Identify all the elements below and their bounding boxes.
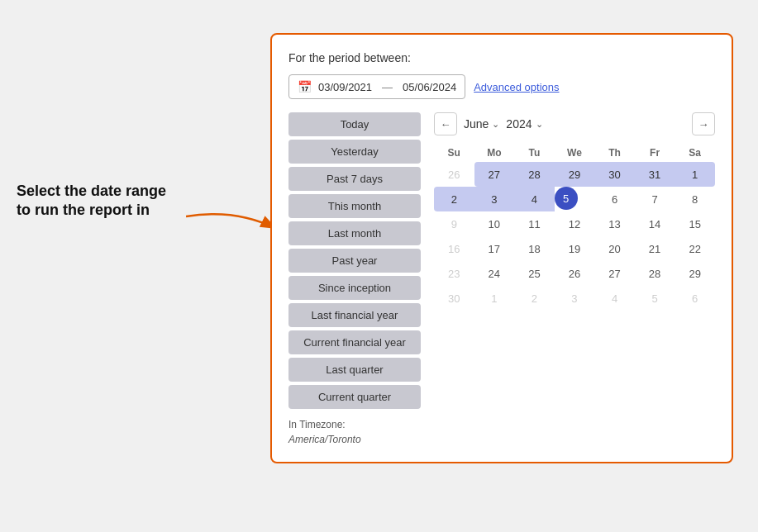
calendar-month-select[interactable]: June ⌄ xyxy=(464,117,499,131)
timezone-value: America/Toronto xyxy=(288,434,421,445)
col-header-sa: Sa xyxy=(675,144,715,162)
advanced-options-link[interactable]: Advanced options xyxy=(474,81,559,93)
col-header-th: Th xyxy=(594,144,635,162)
calendar-day[interactable]: 6 xyxy=(675,286,715,311)
month-chevron-icon: ⌄ xyxy=(492,119,499,130)
calendar-day[interactable]: 27 xyxy=(474,162,515,187)
calendar-day[interactable]: 29 xyxy=(555,162,595,187)
main-content: Today Yesterday Past 7 days This month L… xyxy=(288,112,715,445)
calendar-nav-right: → xyxy=(692,112,715,135)
calendar-day[interactable]: 1 xyxy=(474,286,515,311)
calendar-header: ← June ⌄ 2024 ⌄ → xyxy=(434,112,715,135)
calendar-day[interactable]: 4 xyxy=(514,187,555,211)
calendar-icon: 📅 xyxy=(298,80,312,93)
calendar-table: Su Mo Tu We Th Fr Sa 2627282930311234567… xyxy=(434,144,715,311)
calendar-prev-btn[interactable]: ← xyxy=(434,112,457,135)
calendar-day[interactable]: 22 xyxy=(675,236,715,261)
calendar-day[interactable]: 14 xyxy=(635,211,675,236)
calendar-day[interactable]: 11 xyxy=(514,211,555,236)
calendar-day[interactable]: 7 xyxy=(635,187,675,211)
date-separator: — xyxy=(382,81,393,93)
calendar-day[interactable]: 8 xyxy=(675,187,715,211)
calendar-week-1: 2345678 xyxy=(434,187,715,211)
calendar-day[interactable]: 9 xyxy=(434,211,474,236)
calendar-day[interactable]: 21 xyxy=(635,236,675,261)
page-container: Select the date range to run the report … xyxy=(0,0,758,532)
calendar-day[interactable]: 17 xyxy=(474,236,515,261)
calendar-day[interactable]: 18 xyxy=(514,236,555,261)
timezone-label: In Timezone: xyxy=(288,419,421,430)
col-header-su: Su xyxy=(434,144,474,162)
calendar-year: 2024 xyxy=(506,117,532,131)
quick-option-last-month[interactable]: Last month xyxy=(288,221,421,245)
panel-title: For the period between: xyxy=(288,51,715,64)
calendar-day[interactable]: 24 xyxy=(474,261,515,286)
calendar-day[interactable]: 5 xyxy=(635,286,675,311)
col-header-tu: Tu xyxy=(514,144,555,162)
quick-options-panel: Today Yesterday Past 7 days This month L… xyxy=(288,112,421,445)
calendar-day[interactable]: 25 xyxy=(514,261,555,286)
calendar-day[interactable]: 3 xyxy=(474,187,515,211)
calendar-next-btn[interactable]: → xyxy=(692,112,715,135)
calendar-day[interactable]: 31 xyxy=(635,162,675,187)
calendar-year-select[interactable]: 2024 ⌄ xyxy=(506,117,542,131)
calendar-day[interactable]: 28 xyxy=(514,162,555,187)
annotation-text: Select the date range to run the report … xyxy=(17,182,182,221)
quick-option-last-quarter[interactable]: Last quarter xyxy=(288,358,421,382)
quick-option-since-inception[interactable]: Since inception xyxy=(288,276,421,300)
calendar-week-4: 23242526272829 xyxy=(434,261,715,286)
calendar-day[interactable]: 15 xyxy=(675,211,715,236)
calendar-day[interactable]: 26 xyxy=(555,261,595,286)
calendar-day[interactable]: 28 xyxy=(635,261,675,286)
calendar-day[interactable]: 30 xyxy=(434,286,474,311)
calendar-day[interactable]: 19 xyxy=(555,236,595,261)
quick-option-current-quarter[interactable]: Current quarter xyxy=(288,385,421,409)
calendar-day[interactable]: 1 xyxy=(675,162,715,187)
annotation: Select the date range to run the report … xyxy=(17,182,182,221)
calendar-week-3: 16171819202122 xyxy=(434,236,715,261)
calendar-day[interactable]: 2 xyxy=(434,187,474,211)
calendar-day[interactable]: 2 xyxy=(514,286,555,311)
date-end: 05/06/2024 xyxy=(403,81,456,93)
calendar-day[interactable]: 4 xyxy=(594,286,635,311)
calendar-week-2: 9101112131415 xyxy=(434,211,715,236)
year-chevron-icon: ⌄ xyxy=(536,119,543,130)
calendar-day[interactable]: 23 xyxy=(434,261,474,286)
calendar-day[interactable]: 20 xyxy=(594,236,635,261)
calendar-month: June xyxy=(464,117,489,131)
calendar: ← June ⌄ 2024 ⌄ → xyxy=(434,112,715,445)
quick-option-current-financial-year[interactable]: Current financial year xyxy=(288,330,421,354)
calendar-day[interactable]: 16 xyxy=(434,236,474,261)
calendar-day[interactable]: 10 xyxy=(474,211,515,236)
calendar-day[interactable]: 5 xyxy=(555,187,578,210)
calendar-day[interactable]: 13 xyxy=(594,211,635,236)
calendar-day[interactable]: 29 xyxy=(675,261,715,286)
quick-option-last-financial-year[interactable]: Last financial year xyxy=(288,303,421,327)
calendar-week-0: 2627282930311 xyxy=(434,162,715,187)
col-header-fr: Fr xyxy=(635,144,675,162)
calendar-day[interactable]: 26 xyxy=(434,162,474,187)
quick-option-this-month[interactable]: This month xyxy=(288,194,421,218)
date-range-row: 📅 03/09/2021 — 05/06/2024 Advanced optio… xyxy=(288,74,715,99)
col-header-we: We xyxy=(555,144,595,162)
date-range-input[interactable]: 📅 03/09/2021 — 05/06/2024 xyxy=(288,74,465,99)
calendar-day[interactable]: 3 xyxy=(555,286,595,311)
calendar-week-5: 30123456 xyxy=(434,286,715,311)
calendar-day-headers: Su Mo Tu We Th Fr Sa xyxy=(434,144,715,162)
calendar-day[interactable]: 12 xyxy=(555,211,595,236)
calendar-day[interactable]: 6 xyxy=(594,187,635,211)
calendar-day[interactable]: 30 xyxy=(594,162,635,187)
col-header-mo: Mo xyxy=(474,144,515,162)
date-start: 03/09/2021 xyxy=(318,81,372,93)
quick-option-past7[interactable]: Past 7 days xyxy=(288,167,421,191)
date-picker-panel: For the period between: 📅 03/09/2021 — 0… xyxy=(270,33,733,463)
calendar-day[interactable]: 27 xyxy=(594,261,635,286)
quick-option-today[interactable]: Today xyxy=(288,112,421,136)
quick-option-past-year[interactable]: Past year xyxy=(288,249,421,273)
quick-option-yesterday[interactable]: Yesterday xyxy=(288,140,421,164)
